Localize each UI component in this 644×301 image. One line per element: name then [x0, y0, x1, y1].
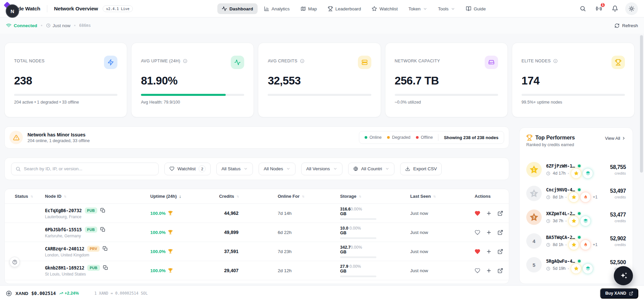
- table-row[interactable]: EcTqXgB6-20732 PUB Lauterbourg, France 1…: [5, 204, 509, 223]
- node-id: EcTqXgB6-20732: [45, 208, 82, 213]
- info-icon[interactable]: [553, 59, 558, 63]
- flame-badge-icon: [581, 240, 590, 250]
- info-icon[interactable]: [183, 59, 187, 63]
- performer-item[interactable]: 5 5RgAQwFu-4… 5d 19h: [526, 257, 626, 273]
- separator-dot: [566, 244, 567, 245]
- stat-caption: 204 active • 1 degraded • 33 offline: [14, 100, 117, 105]
- column-header-node-id[interactable]: Node ID↑↓: [35, 194, 146, 199]
- nav-item-tools[interactable]: Tools: [434, 4, 460, 14]
- search-button[interactable]: [577, 3, 588, 14]
- copy-icon[interactable]: [100, 227, 105, 232]
- copy-icon[interactable]: [103, 246, 108, 251]
- table-row[interactable]: 6PbJSbfG-15515 PUB Karlsruhe, Germany 10…: [5, 223, 509, 242]
- token-price: $0.002514: [31, 291, 56, 296]
- notifications-button[interactable]: [609, 3, 621, 14]
- stat-value: 238: [14, 74, 117, 87]
- favorite-heart-icon[interactable]: [475, 210, 480, 216]
- column-header-credits[interactable]: Credits↑↓: [204, 194, 250, 199]
- conversion-rate: 1 XAND = 0.00002514 SOL: [94, 291, 148, 296]
- table-row[interactable]: PRV: [5, 280, 509, 284]
- storage-percent: 0.00%: [351, 245, 362, 250]
- nav-item-token[interactable]: Token: [404, 4, 432, 14]
- external-link-icon[interactable]: [497, 268, 503, 274]
- add-icon[interactable]: [486, 268, 492, 274]
- ai-assistant-button[interactable]: [614, 266, 633, 285]
- view-all-link[interactable]: View All: [605, 134, 626, 141]
- info-icon[interactable]: [300, 59, 305, 63]
- top-performers-title: Top Performers: [526, 134, 575, 141]
- buy-xand-button[interactable]: Buy XAND: [600, 288, 638, 299]
- stat-label: AVG CREDITS: [268, 56, 304, 63]
- alert-title: Network has Minor Issues: [28, 132, 90, 137]
- performer-item[interactable]: 4 BA5TWqCA-2… 8d 1h +1: [526, 233, 626, 249]
- column-header-uptime[interactable]: Uptime (24h)↓: [146, 194, 204, 199]
- performer-item[interactable]: 1 6ZFjPzWH-1… 4d 17h: [526, 162, 626, 177]
- table-row[interactable]: Gknb28H1-169212 PUB St Louis, United Sta…: [5, 261, 509, 280]
- nav-item-watchlist[interactable]: Watchlist: [367, 3, 402, 14]
- sort-icon: ↑↓: [359, 194, 361, 198]
- external-link-icon[interactable]: [497, 249, 503, 254]
- column-header-online-for[interactable]: Online For↑↓: [250, 194, 313, 199]
- uptime-cell: 100.0%: [146, 210, 204, 216]
- separator-dot: [41, 25, 42, 26]
- favorite-heart-icon[interactable]: [475, 249, 480, 254]
- export-csv-button[interactable]: Export CSV: [400, 163, 442, 175]
- last-seen-cell: Just now: [387, 211, 459, 216]
- status-filter-dropdown[interactable]: All Status: [216, 163, 253, 175]
- favorite-heart-icon[interactable]: [475, 268, 480, 274]
- help-button[interactable]: [9, 257, 20, 267]
- chevron-down-icon: [244, 167, 248, 171]
- favorite-heart-icon[interactable]: [475, 230, 480, 235]
- add-icon[interactable]: [486, 249, 492, 254]
- storage-cell: 316.6 GB 0.00%: [313, 207, 387, 220]
- chevron-down-icon: [286, 167, 290, 171]
- nav-item-leaderboard[interactable]: Leaderboard: [323, 3, 366, 14]
- row-actions: [459, 230, 509, 235]
- copy-icon[interactable]: [100, 208, 105, 213]
- trend-up-icon: [59, 291, 63, 296]
- storage-progress-track: [340, 237, 376, 239]
- xand-coin-icon: [6, 290, 12, 297]
- column-header-storage[interactable]: Storage↑↓: [313, 194, 387, 199]
- column-header-status[interactable]: Status↑↓: [5, 194, 35, 199]
- achievement-badges: [571, 169, 593, 178]
- legend-item: Degraded: [387, 135, 411, 140]
- performer-item[interactable]: 2 Cncj9NVQ-4… 8d 1h +1: [526, 186, 626, 201]
- stat-caption: Avg Health: 79.9/100: [141, 100, 244, 105]
- add-icon[interactable]: [486, 210, 492, 216]
- nav-item-icon: [328, 6, 333, 11]
- nodes-filter-dropdown[interactable]: All Nodes: [259, 163, 296, 175]
- table-row[interactable]: CARBzqr4-240112 PRV London, United Kingd…: [5, 242, 509, 261]
- copy-icon[interactable]: [103, 265, 108, 270]
- sort-icon: ↑↓: [433, 194, 435, 198]
- online-dot: [578, 188, 581, 191]
- storage-cell: 10.0 GB 0.00%: [313, 226, 387, 239]
- nav-item-map[interactable]: Map: [296, 3, 321, 14]
- refresh-label: Refresh: [622, 23, 638, 28]
- nav-item-analytics[interactable]: Analytics: [260, 3, 294, 14]
- clock-icon: [546, 195, 550, 199]
- add-icon[interactable]: [486, 230, 492, 235]
- nav-item-dashboard[interactable]: Dashboard: [217, 3, 258, 14]
- nav-item-guide[interactable]: Guide: [462, 3, 490, 14]
- network-status-button[interactable]: 1: [593, 3, 604, 14]
- avatar[interactable]: N: [6, 4, 19, 18]
- performer-node-id: 6ZFjPzWH-1…: [546, 163, 575, 169]
- performer-item[interactable]: 3 XKZpmT4L-2… 3d 7h 5: [526, 209, 626, 225]
- watchlist-filter-button[interactable]: Watchlist 2: [164, 163, 211, 175]
- stat-card: NETWORK CAPACITY 256.7 TB ~0.0% utilized: [385, 43, 508, 117]
- column-header-last-seen[interactable]: Last Seen↑↓: [387, 194, 459, 199]
- refresh-button[interactable]: Refresh: [614, 23, 638, 28]
- nav-item-label: Token: [409, 6, 421, 11]
- external-link-icon[interactable]: [497, 230, 503, 235]
- stat-progress-fill: [141, 94, 226, 96]
- stat-icon-box: [104, 56, 117, 69]
- stat-label: AVG UPTIME (24H): [141, 56, 187, 63]
- page-scrollbar[interactable]: [640, 35, 643, 173]
- stat-label: TOTAL NODES: [14, 56, 45, 63]
- external-link-icon[interactable]: [497, 210, 503, 216]
- versions-filter-dropdown[interactable]: All Versions: [301, 163, 342, 175]
- search-input[interactable]: [24, 166, 154, 171]
- countries-filter-dropdown[interactable]: All Countri: [348, 163, 394, 175]
- theme-toggle[interactable]: [625, 2, 638, 15]
